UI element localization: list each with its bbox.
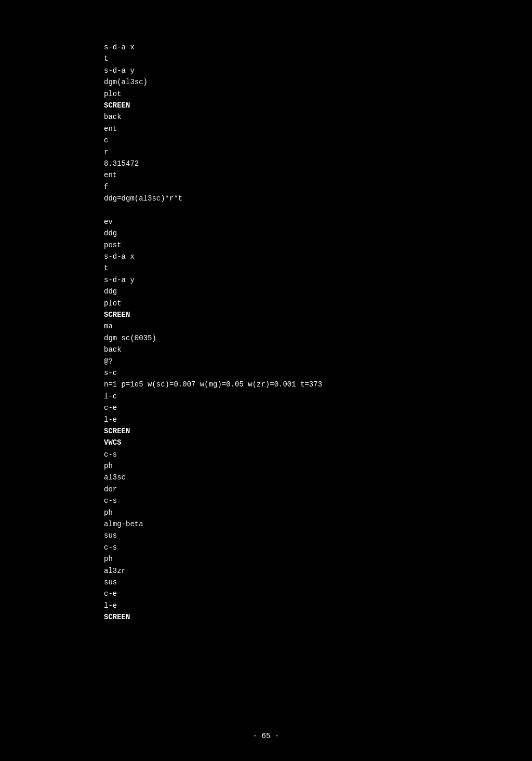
- page-footer: - 65 -: [0, 732, 532, 740]
- code-line-32: l-e: [104, 414, 532, 425]
- code-line-28: s-c: [104, 367, 532, 379]
- code-line-11: ent: [104, 169, 532, 181]
- code-line-4: plot: [104, 88, 532, 100]
- code-line-10: 8.315472: [104, 158, 532, 169]
- code-line-45: al3zr: [104, 565, 532, 577]
- code-line-16: ddg: [104, 228, 532, 239]
- code-line-36: ph: [104, 460, 532, 472]
- code-line-0: s-d-a x: [104, 42, 532, 53]
- code-line-31: c-e: [104, 402, 532, 413]
- code-line-37: al3sc: [104, 472, 532, 483]
- code-line-48: l-e: [104, 600, 532, 611]
- code-line-18: s-d-a x: [104, 251, 532, 262]
- code-line-21: ddg: [104, 286, 532, 297]
- code-line-13: ddg=dgm(al3sc)*r*t: [104, 193, 532, 204]
- page-content: s-d-a xts-d-a ydgm(al3sc)plotSCREENbacke…: [0, 0, 532, 665]
- code-line-20: s-d-a y: [104, 274, 532, 286]
- code-line-24: ma: [104, 321, 532, 332]
- code-line-39: c-s: [104, 495, 532, 506]
- code-line-5: SCREEN: [104, 100, 532, 111]
- code-line-26: back: [104, 344, 532, 355]
- code-line-47: c-e: [104, 588, 532, 599]
- code-line-7: ent: [104, 123, 532, 135]
- code-line-38: dor: [104, 484, 532, 495]
- blank-line-14: [104, 204, 532, 216]
- page-number: - 65 -: [253, 732, 279, 740]
- code-line-42: sus: [104, 530, 532, 541]
- code-line-17: post: [104, 239, 532, 251]
- code-line-30: l-c: [104, 391, 532, 402]
- code-line-8: c: [104, 135, 532, 146]
- code-line-35: c-s: [104, 449, 532, 460]
- code-line-34: VWCS: [104, 437, 532, 448]
- code-line-12: f: [104, 181, 532, 193]
- code-line-25: dgm_sc(0035): [104, 332, 532, 344]
- code-line-23: SCREEN: [104, 309, 532, 321]
- code-line-49: SCREEN: [104, 611, 532, 623]
- code-line-33: SCREEN: [104, 425, 532, 437]
- code-line-3: dgm(al3sc): [104, 76, 532, 88]
- code-line-46: sus: [104, 577, 532, 588]
- code-line-19: t: [104, 262, 532, 274]
- code-line-2: s-d-a y: [104, 65, 532, 76]
- code-line-27: @?: [104, 356, 532, 367]
- code-line-41: almg-beta: [104, 518, 532, 530]
- code-line-22: plot: [104, 298, 532, 309]
- code-line-40: ph: [104, 507, 532, 518]
- code-line-43: c-s: [104, 542, 532, 553]
- code-line-29: n=1 p=1e5 w(sc)=0.007 w(mg)=0.05 w(zr)=0…: [104, 379, 532, 390]
- code-line-9: r: [104, 146, 532, 158]
- code-line-1: t: [104, 53, 532, 64]
- code-line-15: ev: [104, 216, 532, 228]
- code-line-44: ph: [104, 553, 532, 565]
- code-line-6: back: [104, 111, 532, 123]
